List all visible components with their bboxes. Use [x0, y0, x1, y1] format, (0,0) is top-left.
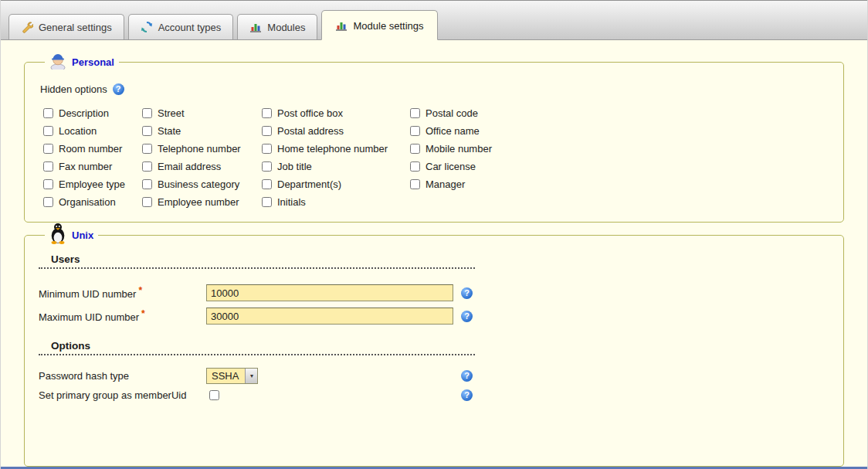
checkbox-label: Employee type	[59, 178, 125, 190]
personal-option-employee-type[interactable]: Employee type	[43, 175, 142, 193]
personal-option-telephone-number[interactable]: Telephone number	[142, 140, 262, 158]
help-icon[interactable]: ?	[461, 370, 473, 382]
tab-label: General settings	[39, 22, 112, 33]
checkbox[interactable]	[43, 108, 53, 118]
checkbox[interactable]	[262, 179, 272, 189]
password-hash-value: SSHA	[207, 369, 245, 383]
hidden-options-row: Hidden options ?	[40, 83, 829, 95]
personal-option-department-s[interactable]: Department(s)	[262, 175, 410, 193]
personal-options-grid: DescriptionStreetPost office boxPostal c…	[43, 104, 829, 211]
checkbox[interactable]	[410, 179, 420, 189]
personal-option-postal-code[interactable]: Postal code	[410, 104, 829, 122]
min-uid-label: Minimum UID number*	[39, 285, 206, 300]
tab-module-settings[interactable]: Module settings	[321, 10, 437, 40]
checkbox[interactable]	[410, 108, 420, 118]
checkbox[interactable]	[142, 197, 152, 207]
checkbox[interactable]	[43, 161, 53, 172]
checkbox[interactable]	[142, 126, 152, 136]
personal-option-employee-number[interactable]: Employee number	[142, 193, 262, 211]
hidden-options-label: Hidden options	[40, 83, 107, 95]
checkbox[interactable]	[43, 144, 53, 154]
personal-legend-label: Personal	[72, 56, 114, 68]
wrench-icon	[21, 21, 33, 33]
personal-option-mobile-number[interactable]: Mobile number	[410, 140, 829, 158]
checkbox-label: State	[158, 125, 181, 137]
checkbox[interactable]	[262, 108, 272, 118]
checkbox[interactable]	[410, 161, 420, 172]
personal-option-location[interactable]: Location	[43, 122, 142, 140]
checkbox[interactable]	[43, 197, 53, 207]
checkbox-label: Business category	[158, 178, 239, 190]
checkbox-label: Organisation	[59, 196, 116, 208]
personal-option-business-category[interactable]: Business category	[142, 175, 262, 193]
required-marker: *	[141, 308, 145, 319]
personal-option-home-telephone-number[interactable]: Home telephone number	[262, 140, 410, 158]
checkbox-label: Car license	[426, 161, 476, 172]
unix-legend: Unix	[45, 223, 98, 247]
max-uid-label: Maximum UID number*	[39, 308, 206, 323]
min-uid-row: Minimum UID number* ?	[39, 281, 829, 304]
checkbox-label: Employee number	[158, 196, 239, 208]
checkbox[interactable]	[142, 179, 152, 189]
required-marker: *	[138, 285, 142, 296]
modules-icon	[249, 21, 262, 33]
personal-option-postal-address[interactable]: Postal address	[262, 122, 410, 140]
personal-option-state[interactable]: State	[142, 122, 262, 140]
checkbox-label: Fax number	[59, 161, 112, 172]
help-icon[interactable]: ?	[461, 287, 473, 299]
checkbox[interactable]	[142, 144, 152, 154]
checkbox[interactable]	[142, 108, 152, 118]
personal-option-post-office-box[interactable]: Post office box	[262, 104, 410, 122]
checkbox-label: Office name	[426, 125, 480, 137]
personal-option-initials[interactable]: Initials	[262, 193, 410, 211]
checkbox-label: Job title	[277, 161, 312, 172]
checkbox[interactable]	[262, 197, 272, 207]
checkbox[interactable]	[262, 161, 272, 172]
checkbox[interactable]	[410, 126, 420, 136]
users-subheader: Users	[39, 253, 475, 269]
tab-modules[interactable]: Modules	[237, 14, 317, 39]
checkbox[interactable]	[262, 126, 272, 136]
personal-option-street[interactable]: Street	[142, 104, 262, 122]
checkbox[interactable]	[142, 161, 152, 172]
options-subheader: Options	[39, 340, 475, 355]
checkbox-label: Initials	[277, 196, 306, 208]
modules-icon	[335, 19, 348, 32]
member-uid-checkbox[interactable]	[209, 390, 219, 400]
password-hash-label: Password hash type	[39, 370, 206, 382]
personal-option-description[interactable]: Description	[43, 104, 142, 122]
unix-section: Unix Users Minimum UID number* ? Maximum…	[24, 223, 844, 467]
checkbox-label: Department(s)	[277, 178, 341, 190]
personal-option-room-number[interactable]: Room number	[43, 140, 142, 158]
max-uid-input[interactable]	[206, 308, 453, 325]
help-icon[interactable]: ?	[461, 311, 473, 322]
help-icon[interactable]: ?	[461, 389, 473, 401]
lam-configuration-page: General settings Account types	[0, 0, 868, 469]
password-hash-select[interactable]: SSHA ▾	[206, 368, 258, 384]
min-uid-input[interactable]	[206, 284, 453, 301]
personal-option-manager[interactable]: Manager	[410, 175, 829, 193]
tab-label: Modules	[267, 22, 305, 33]
personal-option-car-license[interactable]: Car license	[410, 158, 829, 175]
tab-label: Account types	[158, 22, 222, 33]
checkbox-label: Location	[59, 125, 97, 137]
checkbox[interactable]	[43, 126, 53, 136]
personal-legend: Personal	[45, 51, 119, 73]
personal-option-fax-number[interactable]: Fax number	[43, 158, 142, 175]
checkbox-label: Manager	[426, 178, 465, 190]
password-hash-row: Password hash type SSHA ▾ ?	[39, 366, 829, 386]
help-icon[interactable]: ?	[113, 83, 124, 95]
checkbox[interactable]	[262, 144, 272, 154]
personal-option-job-title[interactable]: Job title	[262, 158, 410, 175]
tab-general-settings[interactable]: General settings	[8, 14, 124, 39]
checkbox[interactable]	[43, 179, 53, 189]
account-types-icon	[141, 21, 153, 33]
personal-option-email-address[interactable]: Email address	[142, 158, 262, 175]
personal-option-office-name[interactable]: Office name	[410, 122, 829, 140]
tab-account-types[interactable]: Account types	[128, 14, 234, 39]
checkbox-label: Street	[158, 107, 185, 119]
tab-bar: General settings Account types	[1, 0, 867, 40]
checkbox[interactable]	[410, 144, 420, 154]
checkbox-label: Post office box	[277, 107, 343, 119]
personal-option-organisation[interactable]: Organisation	[43, 193, 142, 211]
